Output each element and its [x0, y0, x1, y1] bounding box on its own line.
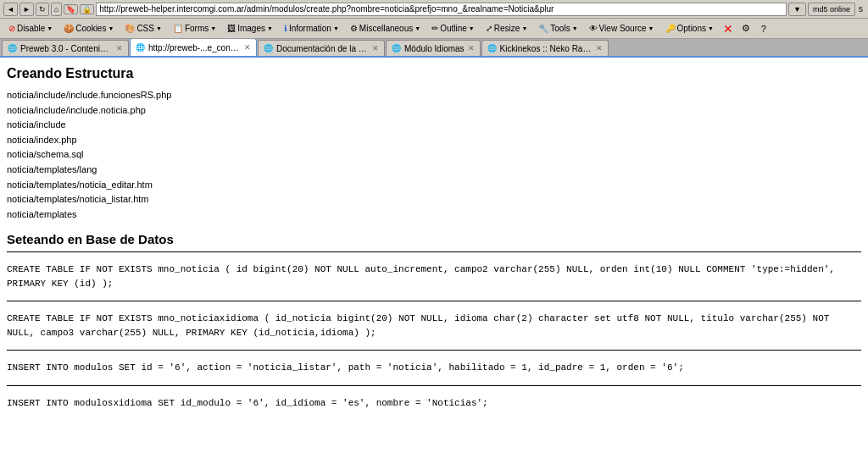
- file-item: noticia/templates: [7, 207, 861, 223]
- images-btn[interactable]: 🖼 Images ▼: [222, 20, 278, 37]
- back-button[interactable]: ◄: [3, 3, 18, 16]
- divider-3: [7, 350, 861, 351]
- file-item: noticia/templates/lang: [7, 163, 861, 178]
- tab-icon: 🌐: [487, 44, 497, 52]
- forward-button[interactable]: ►: [19, 3, 34, 16]
- tools-icon: 🔧: [538, 24, 548, 33]
- cookies-btn[interactable]: 🍪 Cookies ▼: [58, 20, 119, 37]
- view-source-icon: 👁: [589, 24, 598, 33]
- tab-icon: 🌐: [264, 44, 273, 52]
- divider-2: [7, 301, 861, 301]
- section-title-2: Seteando en Base de Datos: [7, 232, 861, 246]
- file-item: noticia/index.php: [7, 133, 861, 148]
- home-button[interactable]: ⌂: [51, 3, 62, 16]
- tab-count: 5: [857, 5, 865, 14]
- sql-block-4: INSERT INTO modulosxidioma SET id_modulo…: [7, 391, 861, 416]
- tab-icon: 🌐: [392, 44, 401, 52]
- sql-block-1: CREATE TABLE IF NOT EXISTS mno_noticia (…: [7, 257, 861, 296]
- disable-btn[interactable]: ⊘ Disable ▼: [3, 20, 58, 37]
- css-btn[interactable]: 🎨 CSS ▼: [120, 20, 167, 37]
- extra-btn-2[interactable]: ?: [755, 20, 772, 37]
- forms-icon: 📋: [173, 24, 183, 33]
- tab-tab5[interactable]: 🌐Kickinekos :: Neko Radio ~fe...✕: [481, 40, 609, 56]
- tab-tab1[interactable]: 🌐Preweb 3.0 - Contenidos - Lis...✕: [2, 40, 129, 56]
- tab-close-btn[interactable]: ✕: [116, 44, 123, 52]
- options-icon: 🔑: [665, 24, 676, 33]
- tab-close-btn[interactable]: ✕: [596, 44, 603, 52]
- tab-tab4[interactable]: 🌐Módulo Idiomas✕: [386, 40, 481, 56]
- url-bar: ◄ ► ↻ ⌂ 🔖 🔒 ▼ md5 online 5: [0, 0, 868, 19]
- outline-icon: ✏: [431, 24, 438, 33]
- tab-label: Preweb 3.0 - Contenidos - Lis...: [20, 44, 113, 53]
- tab-tab2[interactable]: 🌐http://preweb-...e_con_idiomas✕: [130, 39, 257, 56]
- tab-tab3[interactable]: 🌐Documentación de la clase ...✕: [258, 40, 385, 56]
- file-list: noticia/include/include.funcionesRS.phpn…: [7, 88, 861, 222]
- file-item: noticia/include/include.funcionesRS.php: [7, 88, 861, 103]
- file-item: noticia/templates/noticia_editar.htm: [7, 178, 861, 193]
- view-source-btn[interactable]: 👁 View Source ▼: [584, 20, 659, 37]
- go-button[interactable]: ▼: [788, 3, 806, 16]
- information-btn[interactable]: ℹ Information ▼: [279, 20, 344, 37]
- file-item: noticia/templates/noticia_listar.htm: [7, 192, 861, 207]
- url-input[interactable]: [96, 3, 787, 16]
- file-item: noticia/schema.sql: [7, 147, 861, 163]
- cookies-icon: 🍪: [64, 24, 74, 33]
- page-content: Creando Estructura noticia/include/inclu…: [0, 58, 868, 423]
- css-icon: 🎨: [125, 24, 135, 33]
- images-icon: 🖼: [227, 24, 236, 33]
- sql-block-2: CREATE TABLE IF NOT EXISTS mno_noticiaxi…: [7, 307, 861, 345]
- tab-icon: 🌐: [8, 44, 17, 52]
- miscellaneous-btn[interactable]: ⚙ Miscellaneous ▼: [345, 20, 426, 37]
- outline-btn[interactable]: ✏ Outline ▼: [426, 20, 480, 37]
- misc-icon: ⚙: [350, 24, 358, 33]
- section-title-1: Creando Estructura: [7, 66, 861, 81]
- tab-close-btn[interactable]: ✕: [468, 44, 475, 52]
- information-icon: ℹ: [284, 24, 287, 33]
- file-item: noticia/include: [7, 118, 861, 133]
- tools-btn[interactable]: 🔧 Tools ▼: [533, 20, 582, 37]
- file-item: noticia/include/include.noticia.php: [7, 103, 861, 119]
- tab-close-btn[interactable]: ✕: [244, 43, 251, 52]
- tab-label: http://preweb-...e_con_idiomas: [148, 43, 241, 52]
- options-btn[interactable]: 🔑 Options ▼: [660, 20, 719, 37]
- forms-btn[interactable]: 📋 Forms ▼: [168, 20, 221, 37]
- disable-icon: ⊘: [8, 24, 15, 33]
- resize-icon: ⤢: [486, 24, 492, 33]
- tab-label: Módulo Idiomas: [404, 44, 465, 53]
- tab-label: Kickinekos :: Neko Radio ~fe...: [500, 44, 593, 53]
- divider-1: [7, 251, 861, 252]
- tab-icon: 🌐: [136, 43, 145, 52]
- tabbar: 🌐Preweb 3.0 - Contenidos - Lis...✕🌐http:…: [0, 39, 868, 58]
- md5-btn[interactable]: md5 online: [808, 3, 855, 16]
- tab-label: Documentación de la clase ...: [276, 44, 369, 53]
- toolbar: ⊘ Disable ▼ 🍪 Cookies ▼ 🎨 CSS ▼ 📋 Forms …: [0, 19, 868, 39]
- sql-block-3: INSERT INTO modulos SET id = '6', action…: [7, 356, 861, 380]
- divider-4: [7, 385, 861, 386]
- resize-btn[interactable]: ⤢ Resize ▼: [481, 20, 533, 37]
- tab-close-btn[interactable]: ✕: [372, 44, 379, 52]
- extra-btn-1[interactable]: ⚙: [737, 20, 754, 37]
- close-toolbar-btn[interactable]: ✕: [720, 20, 737, 37]
- refresh-button[interactable]: ↻: [36, 3, 49, 16]
